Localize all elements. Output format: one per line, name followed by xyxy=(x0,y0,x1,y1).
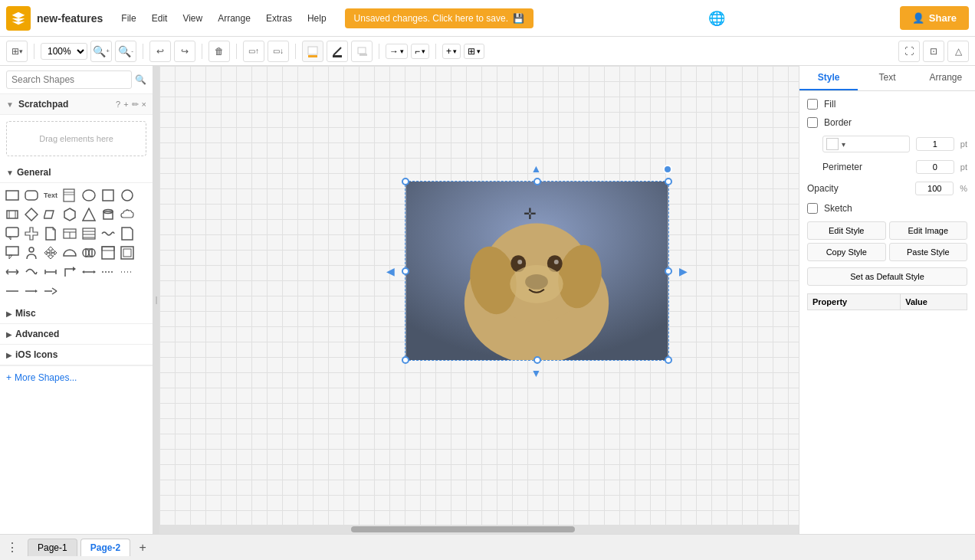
shape-wave[interactable] xyxy=(99,224,117,243)
shape-semicircle[interactable] xyxy=(61,244,79,262)
shape-container[interactable] xyxy=(99,244,117,262)
panels-toggle-button[interactable]: ⊞▾ xyxy=(6,41,28,62)
shape-callout-rect[interactable] xyxy=(3,244,21,262)
shape-dotted-line-2[interactable] xyxy=(118,263,136,281)
canvas-scrollbar-thumb[interactable] xyxy=(351,526,575,532)
shape-diamond[interactable] xyxy=(22,205,41,224)
tab-arrange[interactable]: Arrange xyxy=(917,66,975,90)
direction-arrow-left[interactable]: ◀ xyxy=(386,265,395,277)
perimeter-input[interactable] xyxy=(916,160,954,174)
menu-help[interactable]: Help xyxy=(301,10,333,27)
border-checkbox[interactable] xyxy=(807,117,818,128)
shape-cloud[interactable] xyxy=(118,205,136,224)
shape-stadium[interactable] xyxy=(80,244,98,262)
fill-color-button[interactable] xyxy=(302,41,323,62)
scratchpad-add-icon[interactable]: + xyxy=(123,100,128,109)
canvas-scrollbar[interactable] xyxy=(159,525,799,534)
more-shapes-button[interactable]: + More Shapes... xyxy=(0,365,153,389)
insert-button[interactable]: + ▾ xyxy=(442,44,461,59)
shape-double-arrow-2[interactable] xyxy=(80,263,98,281)
shape-cylinder[interactable] xyxy=(99,205,117,224)
resize-handle-top-middle[interactable] xyxy=(533,178,541,185)
tab-text[interactable]: Text xyxy=(858,66,916,90)
shape-table-shape[interactable] xyxy=(61,224,79,243)
shape-circle[interactable] xyxy=(118,186,136,205)
undo-button[interactable]: ↩ xyxy=(149,41,171,62)
resize-handle-middle-left[interactable] xyxy=(402,267,409,275)
resize-handle-top-right[interactable] xyxy=(665,178,672,185)
resize-handle-bottom-right[interactable] xyxy=(665,356,672,364)
copy-style-button[interactable]: Copy Style xyxy=(807,243,886,261)
shape-ellipse[interactable] xyxy=(80,186,98,205)
search-input[interactable] xyxy=(6,70,132,89)
zoom-in-button[interactable]: 🔍+ xyxy=(90,41,112,62)
shape-complex-arrow[interactable] xyxy=(41,282,60,300)
scratchpad-help-icon[interactable]: ? xyxy=(116,100,120,109)
section-general[interactable]: ▼ General xyxy=(0,162,153,183)
shape-person[interactable] xyxy=(22,244,41,262)
opacity-input[interactable] xyxy=(915,182,954,195)
shape-process[interactable] xyxy=(3,205,21,224)
shape-file-shape[interactable] xyxy=(41,224,60,243)
unsaved-banner[interactable]: Unsaved changes. Click here to save. 💾 xyxy=(345,8,533,28)
tab-style[interactable]: Style xyxy=(799,66,858,90)
menu-edit[interactable]: Edit xyxy=(146,10,174,27)
left-panel-resize-handle[interactable]: | xyxy=(153,66,159,534)
shape-note[interactable] xyxy=(61,186,79,205)
paste-style-button[interactable]: Paste Style xyxy=(889,243,968,261)
shape-line-segment[interactable] xyxy=(41,263,60,281)
menu-extras[interactable]: Extras xyxy=(260,10,298,27)
border-color-selector[interactable]: ▾ xyxy=(822,136,910,152)
shape-line[interactable] xyxy=(3,282,21,300)
menu-view[interactable]: View xyxy=(176,10,208,27)
shape-rectangle[interactable] xyxy=(3,186,21,205)
shape-page[interactable] xyxy=(118,224,136,243)
resize-handle-top-left[interactable] xyxy=(402,178,409,185)
selected-element[interactable]: ◀ ▶ ▲ ▼ ✛ xyxy=(405,181,669,361)
shape-list-shape[interactable] xyxy=(80,224,98,243)
direction-arrow-right[interactable]: ▶ xyxy=(679,265,688,277)
resize-handle-middle-right[interactable] xyxy=(665,267,672,275)
shape-curved-line[interactable] xyxy=(22,263,41,281)
shape-text[interactable]: Text xyxy=(41,186,60,205)
menu-file[interactable]: File xyxy=(115,10,142,27)
section-misc[interactable]: ▶ Misc xyxy=(0,303,153,324)
scratchpad-close-icon[interactable]: × xyxy=(142,100,146,109)
sketch-checkbox[interactable] xyxy=(807,203,818,214)
search-icon[interactable]: 🔍 xyxy=(135,74,146,85)
share-button[interactable]: 👤 Share xyxy=(900,6,969,30)
resize-handle-bottom-left[interactable] xyxy=(402,356,409,364)
shape-hexagon[interactable] xyxy=(61,205,79,224)
connector-style-button[interactable]: → ▾ xyxy=(386,44,408,59)
menu-arrange[interactable]: Arrange xyxy=(212,10,257,27)
stroke-color-button[interactable] xyxy=(327,41,348,62)
canvas-area[interactable]: ◀ ▶ ▲ ▼ ✛ xyxy=(159,66,799,534)
add-page-button[interactable]: + xyxy=(133,539,152,557)
format-panel-button[interactable]: ⊡ xyxy=(923,41,944,62)
direction-arrow-down[interactable]: ▼ xyxy=(531,367,542,379)
shadow-button[interactable] xyxy=(351,41,373,62)
table-button[interactable]: ⊞ ▾ xyxy=(464,44,484,59)
page-tab-1[interactable]: Page-1 xyxy=(28,539,77,556)
delete-button[interactable]: 🗑 xyxy=(208,41,230,62)
rotate-handle[interactable] xyxy=(663,165,672,174)
shape-corner-arrow[interactable] xyxy=(61,263,79,281)
shape-callout[interactable] xyxy=(3,224,21,243)
send-back-button[interactable]: ▭↓ xyxy=(268,41,289,62)
scratchpad-edit-icon[interactable]: ✏ xyxy=(132,100,139,110)
section-advanced[interactable]: ▶ Advanced xyxy=(0,324,153,345)
page-tab-2[interactable]: Page-2 xyxy=(80,539,130,556)
shape-rounded-rect[interactable] xyxy=(22,186,41,205)
fullscreen-button[interactable]: ⛶ xyxy=(898,41,920,62)
direction-arrow-up[interactable]: ▲ xyxy=(531,162,542,175)
shape-square[interactable] xyxy=(99,186,117,205)
redo-button[interactable]: ↪ xyxy=(174,41,195,62)
shape-arrows[interactable] xyxy=(41,244,60,262)
shape-bidirectional-arrow[interactable] xyxy=(3,263,21,281)
bring-forward-button[interactable]: ▭↑ xyxy=(243,41,264,62)
zoom-select[interactable]: 100%50%75%125%150% xyxy=(41,43,87,60)
shape-inner-container[interactable] xyxy=(118,244,136,262)
shape-parallelogram[interactable] xyxy=(41,205,60,224)
shape-triangle[interactable] xyxy=(80,205,98,224)
edit-style-button[interactable]: Edit Style xyxy=(807,221,886,240)
